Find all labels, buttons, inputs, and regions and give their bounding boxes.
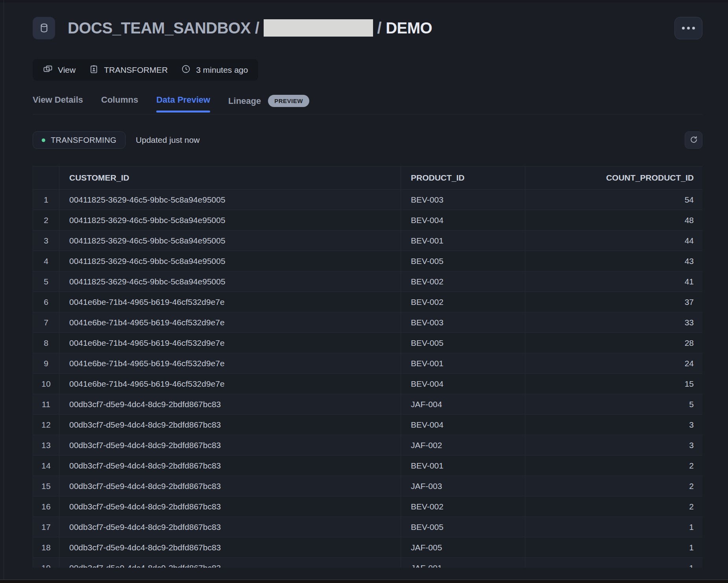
tab-label: Lineage bbox=[228, 96, 261, 106]
customer-id-cell: 00db3cf7-d5e9-4dc4-8dc9-2bdfd867bc83 bbox=[59, 558, 401, 568]
row-number-cell: 16 bbox=[33, 496, 59, 517]
count-cell: 5 bbox=[525, 394, 703, 415]
table-row: 10 0041e6be-71b4-4965-b619-46cf532d9e7e … bbox=[33, 374, 703, 394]
table-row: 13 00db3cf7-d5e9-4dc4-8dc9-2bdfd867bc83 … bbox=[33, 435, 703, 456]
table-row: 16 00db3cf7-d5e9-4dc4-8dc9-2bdfd867bc83 … bbox=[33, 496, 703, 517]
object-type-chip: View bbox=[43, 64, 76, 76]
product-id-cell: BEV-005 bbox=[401, 251, 525, 271]
last-modified-label: 3 minutes ago bbox=[196, 65, 248, 75]
breadcrumb-separator: / bbox=[255, 19, 259, 37]
row-number-cell: 1 bbox=[33, 190, 59, 210]
tab-label: Data Preview bbox=[156, 95, 210, 105]
tab-label: View Details bbox=[33, 95, 83, 105]
product-id-cell: JAF-003 bbox=[401, 476, 525, 496]
customer-id-cell: 0041e6be-71b4-4965-b619-46cf532d9e7e bbox=[59, 312, 401, 333]
count-cell: 2 bbox=[525, 476, 703, 496]
tab-label: Columns bbox=[101, 95, 138, 105]
row-number-cell: 7 bbox=[33, 312, 59, 333]
row-number-cell: 3 bbox=[33, 231, 59, 251]
count-cell: 3 bbox=[525, 415, 703, 435]
customer-id-cell: 00411825-3629-46c5-9bbc-5c8a94e95005 bbox=[59, 210, 401, 231]
count-cell: 37 bbox=[525, 292, 703, 312]
customer-id-cell: 00411825-3629-46c5-9bbc-5c8a94e95005 bbox=[59, 231, 401, 251]
count-cell: 24 bbox=[525, 353, 703, 374]
product-id-cell: BEV-001 bbox=[401, 456, 525, 476]
table-row: 2 00411825-3629-46c5-9bbc-5c8a94e95005 B… bbox=[33, 210, 703, 231]
tab-preview-badge: PREVIEW bbox=[268, 95, 309, 107]
count-cell: 1 bbox=[525, 558, 703, 568]
tab-columns[interactable]: Columns bbox=[101, 95, 138, 112]
row-number-cell: 2 bbox=[33, 210, 59, 231]
refresh-icon bbox=[689, 135, 698, 146]
customer-id-cell: 00db3cf7-d5e9-4dc4-8dc9-2bdfd867bc83 bbox=[59, 435, 401, 456]
count-cell: 1 bbox=[525, 517, 703, 537]
table-row: 5 00411825-3629-46c5-9bbc-5c8a94e95005 B… bbox=[33, 271, 703, 292]
product-id-cell: BEV-005 bbox=[401, 333, 525, 353]
count-cell: 44 bbox=[525, 231, 703, 251]
table-row: 7 0041e6be-71b4-4965-b619-46cf532d9e7e B… bbox=[33, 312, 703, 333]
row-number-cell: 4 bbox=[33, 251, 59, 271]
row-number-cell: 9 bbox=[33, 353, 59, 374]
customer-id-cell: 00411825-3629-46c5-9bbc-5c8a94e95005 bbox=[59, 190, 401, 210]
product-id-cell: JAF-002 bbox=[401, 435, 525, 456]
column-header-count-product-id[interactable]: COUNT_PRODUCT_ID bbox=[525, 166, 703, 190]
table-header-row: CUSTOMER_ID PRODUCT_ID COUNT_PRODUCT_ID bbox=[33, 166, 703, 190]
count-cell: 1 bbox=[525, 537, 703, 558]
product-id-cell: BEV-001 bbox=[401, 353, 525, 374]
status-dot-icon bbox=[42, 138, 45, 142]
row-number-cell: 8 bbox=[33, 333, 59, 353]
row-number-cell: 15 bbox=[33, 476, 59, 496]
count-cell: 48 bbox=[525, 210, 703, 231]
column-header-product-id[interactable]: PRODUCT_ID bbox=[401, 166, 525, 190]
table-row: 6 0041e6be-71b4-4965-b619-46cf532d9e7e B… bbox=[33, 292, 703, 312]
product-id-cell: BEV-004 bbox=[401, 415, 525, 435]
table-row: 3 00411825-3629-46c5-9bbc-5c8a94e95005 B… bbox=[33, 231, 703, 251]
count-cell: 3 bbox=[525, 435, 703, 456]
row-number-cell: 19 bbox=[33, 558, 59, 568]
customer-id-cell: 00db3cf7-d5e9-4dc4-8dc9-2bdfd867bc83 bbox=[59, 496, 401, 517]
count-cell: 33 bbox=[525, 312, 703, 333]
product-id-cell: JAF-001 bbox=[401, 558, 525, 568]
object-type-label: View bbox=[58, 65, 76, 75]
product-id-cell: BEV-003 bbox=[401, 190, 525, 210]
customer-id-cell: 0041e6be-71b4-4965-b619-46cf532d9e7e bbox=[59, 292, 401, 312]
table-row: 4 00411825-3629-46c5-9bbc-5c8a94e95005 B… bbox=[33, 251, 703, 271]
row-number-cell: 5 bbox=[33, 271, 59, 292]
breadcrumb-object: DEMO bbox=[386, 19, 432, 37]
table-row: 14 00db3cf7-d5e9-4dc4-8dc9-2bdfd867bc83 … bbox=[33, 456, 703, 476]
row-number-cell: 6 bbox=[33, 292, 59, 312]
breadcrumb-separator: / bbox=[377, 19, 382, 37]
count-cell: 28 bbox=[525, 333, 703, 353]
refresh-button[interactable] bbox=[685, 131, 702, 149]
column-header-customer-id[interactable]: CUSTOMER_ID bbox=[59, 166, 401, 190]
customer-id-cell: 0041e6be-71b4-4965-b619-46cf532d9e7e bbox=[59, 353, 401, 374]
tab-lineage[interactable]: Lineage PREVIEW bbox=[228, 95, 309, 114]
more-actions-button[interactable] bbox=[674, 17, 702, 39]
object-detail-page: DOCS_TEAM_SANDBOX / / DEMO View bbox=[33, 0, 702, 568]
row-number-cell: 10 bbox=[33, 374, 59, 394]
table-row: 1 00411825-3629-46c5-9bbc-5c8a94e95005 B… bbox=[33, 190, 703, 210]
customer-id-cell: 00db3cf7-d5e9-4dc4-8dc9-2bdfd867bc83 bbox=[59, 415, 401, 435]
data-preview-table-container: CUSTOMER_ID PRODUCT_ID COUNT_PRODUCT_ID … bbox=[33, 166, 702, 568]
ellipsis-icon bbox=[682, 27, 685, 30]
status-row: TRANSFORMING Updated just now bbox=[33, 131, 702, 149]
row-number-cell: 12 bbox=[33, 415, 59, 435]
table-row: 11 00db3cf7-d5e9-4dc4-8dc9-2bdfd867bc83 … bbox=[33, 394, 703, 415]
table-row: 17 00db3cf7-d5e9-4dc4-8dc9-2bdfd867bc83 … bbox=[33, 517, 703, 537]
status-label: TRANSFORMING bbox=[51, 136, 116, 145]
customer-id-cell: 00db3cf7-d5e9-4dc4-8dc9-2bdfd867bc83 bbox=[59, 456, 401, 476]
status-badge: TRANSFORMING bbox=[33, 131, 126, 149]
breadcrumb-database[interactable]: DOCS_TEAM_SANDBOX bbox=[68, 19, 251, 37]
tab-view-details[interactable]: View Details bbox=[33, 95, 83, 112]
customer-id-cell: 00db3cf7-d5e9-4dc4-8dc9-2bdfd867bc83 bbox=[59, 517, 401, 537]
count-cell: 15 bbox=[525, 374, 703, 394]
tab-data-preview[interactable]: Data Preview bbox=[156, 95, 210, 112]
object-meta-bar: View TRANSFORMER 3 minutes ago bbox=[33, 59, 258, 81]
customer-id-cell: 00db3cf7-d5e9-4dc4-8dc9-2bdfd867bc83 bbox=[59, 537, 401, 558]
product-id-cell: BEV-001 bbox=[401, 231, 525, 251]
row-number-cell: 11 bbox=[33, 394, 59, 415]
masked-schema-name bbox=[264, 19, 373, 37]
customer-id-cell: 0041e6be-71b4-4965-b619-46cf532d9e7e bbox=[59, 374, 401, 394]
data-preview-table: CUSTOMER_ID PRODUCT_ID COUNT_PRODUCT_ID … bbox=[33, 166, 702, 568]
last-modified-chip: 3 minutes ago bbox=[181, 64, 248, 76]
